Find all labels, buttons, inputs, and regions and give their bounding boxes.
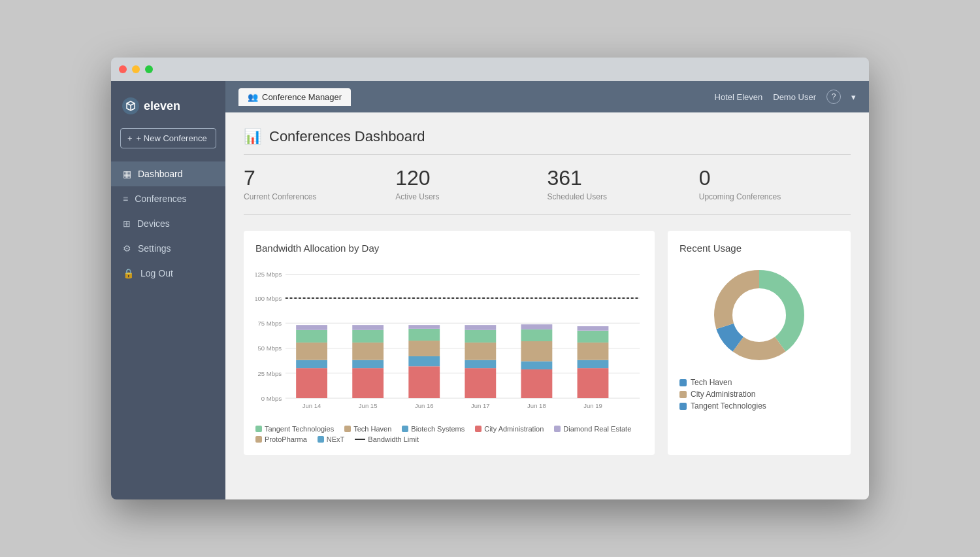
dashboard-icon: ▦ [123, 169, 131, 179]
topbar-right: Hotel Eleven Demo User ? ▾ [715, 90, 856, 104]
stat-label: Upcoming Conferences [699, 192, 838, 201]
sidebar-item-label: Log Out [140, 268, 173, 278]
topbar: 👥 Conference Manager Hotel Eleven Demo U… [225, 81, 869, 112]
page-title: Conferences Dashboard [269, 128, 425, 145]
sidebar-item-conferences[interactable]: ≡ Conferences [111, 186, 225, 211]
app-layout: eleven + + New Conference ▦ Dashboard ≡ … [111, 81, 869, 499]
bar-chart-container: 125 Mbps 100 Mbps 75 Mbps 50 Mbps 25 Mbp… [255, 263, 643, 420]
legend-label: Tech Haven [353, 425, 391, 433]
bar-chart-legend: Tangent Technologies Tech Haven Biotech … [255, 425, 643, 443]
new-conference-button[interactable]: + + New Conference [120, 128, 216, 148]
svg-rect-35 [465, 330, 496, 343]
page-header: 📊 Conferences Dashboard [244, 128, 851, 155]
stat-value: 0 [699, 167, 838, 190]
svg-rect-41 [521, 324, 552, 329]
svg-rect-32 [465, 368, 496, 398]
svg-text:Jun 16: Jun 16 [415, 403, 434, 410]
svg-rect-18 [296, 360, 327, 368]
sidebar: eleven + + New Conference ▦ Dashboard ≡ … [111, 81, 225, 499]
legend-item-next: NExT [318, 435, 345, 443]
stat-current-conferences: 7 Current Conferences [244, 167, 395, 201]
main-content: 📊 Conferences Dashboard 7 Current Confer… [225, 112, 869, 499]
sidebar-item-settings[interactable]: ⚙ Settings [111, 236, 225, 261]
legend-label: City Administration [484, 425, 544, 433]
svg-text:Jun 14: Jun 14 [302, 403, 321, 410]
legend-item-tangent: Tangent Technologies [255, 425, 334, 433]
svg-rect-29 [408, 341, 440, 356]
hotel-name: Hotel Eleven [715, 92, 763, 102]
legend-item-biotech: Biotech Systems [402, 425, 465, 433]
sidebar-item-logout[interactable]: 🔒 Log Out [111, 261, 225, 286]
stat-active-users: 120 Active Users [395, 167, 547, 201]
donut-legend-label: City Administration [691, 390, 755, 399]
legend-label: Diamond Real Estate [563, 425, 631, 433]
main-area: 👥 Conference Manager Hotel Eleven Demo U… [225, 81, 869, 499]
legend-item-haven: Tech Haven [344, 425, 391, 433]
titlebar [111, 58, 869, 81]
plus-icon: + [127, 133, 133, 143]
svg-point-57 [733, 289, 785, 341]
donut-legend-item-tangent: Tangent Technologies [679, 401, 839, 411]
svg-rect-44 [578, 343, 609, 360]
legend-line [355, 439, 365, 440]
user-name: Demo User [773, 92, 816, 102]
svg-rect-31 [408, 325, 440, 329]
legend-label: Bandwidth Limit [368, 435, 419, 443]
svg-rect-39 [521, 341, 552, 362]
svg-rect-30 [408, 329, 440, 341]
svg-text:0 Mbps: 0 Mbps [261, 395, 282, 402]
svg-rect-21 [296, 325, 327, 330]
donut-legend-color [679, 391, 687, 398]
logo-text: eleven [144, 99, 180, 113]
svg-rect-40 [521, 329, 552, 341]
logo: eleven [111, 92, 225, 128]
bandwidth-chart-title: Bandwidth Allocation by Day [255, 243, 643, 254]
donut-legend-label: Tangent Technologies [691, 401, 766, 411]
svg-text:Jun 17: Jun 17 [471, 403, 490, 410]
svg-rect-33 [465, 360, 496, 368]
topbar-left: 👥 Conference Manager [238, 88, 351, 106]
svg-rect-19 [296, 343, 327, 360]
minimize-button[interactable] [132, 65, 140, 73]
close-button[interactable] [119, 65, 127, 73]
svg-text:Jun 19: Jun 19 [583, 403, 602, 410]
legend-color [475, 426, 482, 432]
stat-value: 361 [547, 167, 686, 190]
svg-rect-46 [578, 326, 609, 331]
donut-legend-item-haven: Tech Haven [679, 378, 839, 387]
svg-text:Jun 18: Jun 18 [527, 403, 546, 410]
legend-item-city: City Administration [475, 425, 544, 433]
svg-rect-34 [465, 343, 496, 360]
lock-icon: 🔒 [123, 268, 134, 278]
dropdown-icon[interactable]: ▾ [851, 92, 856, 102]
legend-label: ProtoPharma [265, 435, 307, 443]
legend-label: NExT [327, 435, 345, 443]
stat-label: Scheduled Users [547, 192, 686, 201]
charts-row: Bandwidth Allocation by Day 125 Mbps 100… [244, 231, 851, 455]
svg-rect-36 [465, 325, 496, 330]
legend-label: Biotech Systems [411, 425, 465, 433]
legend-color [318, 436, 324, 443]
legend-color [554, 426, 561, 432]
svg-rect-43 [578, 360, 609, 368]
help-button[interactable]: ? [826, 90, 841, 104]
sidebar-item-devices[interactable]: ⊞ Devices [111, 211, 225, 236]
new-conference-label: + New Conference [137, 133, 207, 143]
stat-value: 120 [395, 167, 534, 190]
help-icon: ? [832, 92, 836, 101]
sidebar-item-label: Conferences [135, 194, 186, 204]
bar-chart-svg: 125 Mbps 100 Mbps 75 Mbps 50 Mbps 25 Mbp… [255, 263, 643, 420]
sidebar-item-label: Devices [137, 218, 170, 229]
sidebar-item-dashboard[interactable]: ▦ Dashboard [111, 161, 225, 186]
svg-rect-20 [296, 330, 327, 343]
legend-color [402, 426, 408, 432]
svg-rect-38 [521, 362, 552, 369]
active-tab[interactable]: 👥 Conference Manager [238, 88, 351, 106]
svg-rect-17 [296, 368, 327, 398]
maximize-button[interactable] [145, 65, 153, 73]
legend-color [255, 436, 262, 443]
donut-chart-container [679, 263, 839, 367]
svg-text:25 Mbps: 25 Mbps [258, 370, 282, 377]
tab-label: Conference Manager [262, 92, 342, 102]
devices-icon: ⊞ [123, 218, 131, 229]
